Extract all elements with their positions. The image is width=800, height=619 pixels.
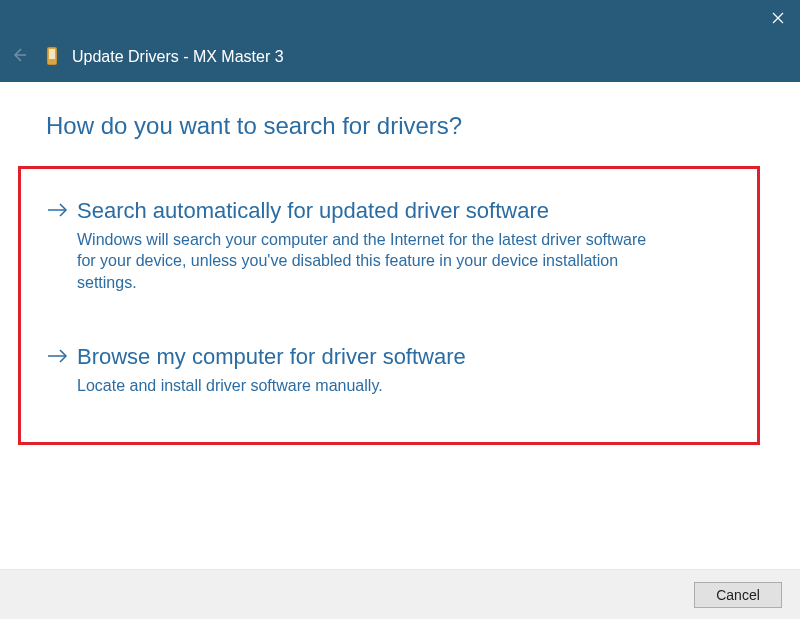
content-area: How do you want to search for drivers? S…: [0, 82, 800, 445]
window-title: Update Drivers - MX Master 3: [72, 48, 284, 66]
close-icon: [772, 12, 784, 24]
options-highlight-box: Search automatically for updated driver …: [18, 166, 760, 445]
option-browse-computer[interactable]: Browse my computer for driver software L…: [47, 343, 731, 396]
back-button: [6, 42, 32, 68]
arrow-right-icon: [47, 349, 69, 363]
device-icon: [46, 46, 62, 66]
cancel-button[interactable]: Cancel: [694, 582, 782, 608]
option-title: Browse my computer for driver software: [77, 343, 466, 371]
option-description: Windows will search your computer and th…: [77, 229, 647, 294]
option-title: Search automatically for updated driver …: [77, 197, 647, 225]
back-arrow-icon: [10, 46, 28, 64]
svg-rect-4: [49, 49, 55, 59]
option-description: Locate and install driver software manua…: [77, 375, 466, 397]
arrow-right-icon: [47, 203, 69, 217]
option-body: Search automatically for updated driver …: [77, 197, 647, 293]
page-heading: How do you want to search for drivers?: [46, 112, 754, 140]
footer: Cancel: [0, 569, 800, 619]
close-button[interactable]: [766, 6, 790, 30]
option-search-automatically[interactable]: Search automatically for updated driver …: [47, 197, 731, 293]
option-body: Browse my computer for driver software L…: [77, 343, 466, 396]
titlebar: Update Drivers - MX Master 3: [0, 0, 800, 82]
